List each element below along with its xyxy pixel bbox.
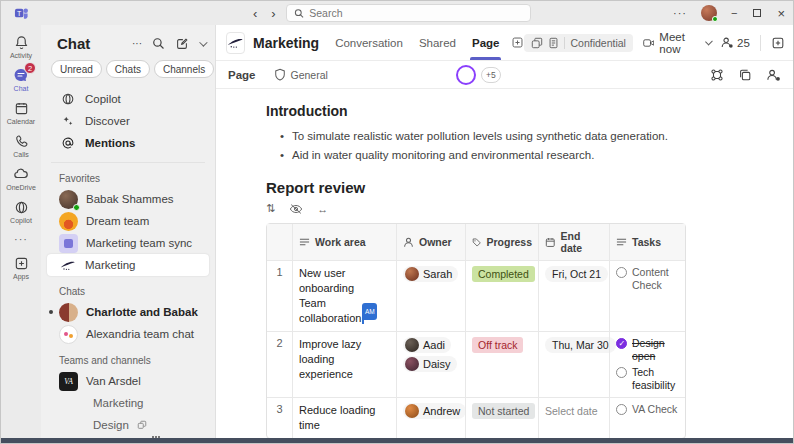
manage-access-icon[interactable] <box>766 68 781 82</box>
members-button[interactable]: 25 <box>720 36 750 49</box>
owner-chip[interactable]: Sarah <box>403 266 458 282</box>
rail-item-onedrive[interactable]: OneDrive <box>1 165 41 191</box>
sidebar-item-van-arsdel[interactable]: VA Van Arsdel <box>47 370 209 392</box>
progress-cell[interactable]: Not started <box>465 398 538 438</box>
progress-cell[interactable]: Off track <box>465 332 538 397</box>
filter-chats[interactable]: Chats <box>106 60 150 78</box>
task-checkbox[interactable] <box>616 404 627 415</box>
favorites-section-label: Favorites <box>47 163 209 188</box>
owner-chip[interactable]: Daisy <box>403 356 457 372</box>
sidebar-more-button[interactable]: ··· <box>132 38 142 49</box>
sort-button[interactable]: ⇅ <box>266 202 275 215</box>
table-row[interactable]: 3 Reduce loading time Andrew Not started <box>267 397 685 438</box>
sidebar-item-babak-shammes[interactable]: Babak Shammes <box>47 188 209 210</box>
task-checkbox[interactable] <box>616 367 627 378</box>
tasks-cell[interactable]: VA Check <box>609 398 687 438</box>
work-area-cell[interactable]: Reduce loading time <box>292 398 396 438</box>
tab-shared[interactable]: Shared <box>419 25 456 60</box>
status-badge[interactable]: Off track <box>472 337 523 353</box>
flame-avatar-icon <box>59 212 78 231</box>
column-header-progress[interactable]: Progress <box>465 224 538 260</box>
tab-page[interactable]: Page <box>472 25 500 60</box>
column-header-work-area[interactable]: Work area <box>292 224 396 260</box>
end-date-cell[interactable]: Thu, Mar 30 <box>538 332 609 397</box>
filter-channels[interactable]: Channels <box>154 60 214 78</box>
meet-now-button[interactable]: Meet now <box>643 31 710 55</box>
owner-chip[interactable]: Aadi <box>403 337 451 353</box>
calendar-icon <box>14 101 29 116</box>
task-item[interactable]: Design open <box>616 337 681 363</box>
channel-scope[interactable]: General <box>274 68 328 81</box>
search-input[interactable] <box>309 7 523 19</box>
window-bottom-edge <box>1 438 793 443</box>
add-tab-button[interactable] <box>511 36 524 49</box>
back-button[interactable]: ‹ <box>253 6 257 21</box>
at-icon <box>61 136 75 150</box>
filter-unread[interactable]: Unread <box>51 60 102 78</box>
end-date-cell[interactable]: Select date <box>538 398 609 438</box>
task-item[interactable]: Tech feasibility <box>616 366 681 392</box>
user-avatar[interactable] <box>701 5 717 21</box>
sidebar-item-dream-team[interactable]: Dream team <box>47 210 209 232</box>
column-header-tasks[interactable]: Tasks <box>609 224 687 260</box>
tasks-cell[interactable]: Design open Tech feasibility <box>609 332 687 397</box>
owner-cell[interactable]: Aadi Daisy <box>396 332 465 397</box>
presence-available-icon <box>712 16 718 22</box>
status-badge[interactable]: Not started <box>472 403 535 419</box>
titlebar-more-button[interactable]: ··· <box>673 7 687 19</box>
rail-item-chat[interactable]: 2 Chat <box>1 66 41 92</box>
collaborator-overflow-badge[interactable]: +5 <box>481 67 501 83</box>
work-area-cell[interactable]: Improve lazy loading experience <box>292 332 396 397</box>
rail-item-apps[interactable]: Apps <box>1 254 41 280</box>
rail-item-copilot[interactable]: Copilot <box>1 198 41 224</box>
end-date-cell[interactable]: Fri, Oct 21 <box>538 261 609 331</box>
tasks-cell[interactable]: Content Check <box>609 261 687 331</box>
tab-conversation[interactable]: Conversation <box>335 25 403 60</box>
date-placeholder[interactable]: Select date <box>545 403 603 419</box>
new-chat-chevron-icon[interactable] <box>199 38 207 46</box>
new-chat-icon[interactable] <box>175 37 189 51</box>
sidebar-item-copilot[interactable]: Copilot <box>47 88 209 110</box>
sidebar-item-charlotte-and-babak[interactable]: Charlotte and Babak <box>47 301 209 323</box>
work-area-cell[interactable]: New user onboarding Team collaborationAM <box>292 261 396 331</box>
sidebar-item-marketing[interactable]: Marketing <box>47 254 209 276</box>
loop-component-icon[interactable] <box>710 68 724 82</box>
owner-chip[interactable]: Andrew <box>403 403 466 419</box>
resize-columns-button[interactable]: ↔ <box>317 203 328 215</box>
minimize-button[interactable]: − <box>731 7 737 19</box>
column-header-owner[interactable]: Owner <box>396 224 465 260</box>
forward-button[interactable]: › <box>271 6 275 21</box>
close-button[interactable]: × <box>777 6 785 21</box>
add-app-button[interactable] <box>771 36 786 50</box>
maximize-button[interactable] <box>753 9 761 17</box>
table-row[interactable]: 2 Improve lazy loading experience Aadi D… <box>267 331 685 397</box>
sidebar-item-alexandria-team-chat[interactable]: Alexandria team chat <box>47 323 209 345</box>
sidebar-item-mentions[interactable]: Mentions <box>47 132 209 154</box>
copy-icon[interactable] <box>738 68 752 82</box>
collaborator-avatar[interactable] <box>456 65 476 85</box>
owner-cell[interactable]: Sarah <box>396 261 465 331</box>
task-checkbox-checked[interactable] <box>616 338 627 349</box>
sensitivity-label[interactable]: Confidential <box>524 34 632 52</box>
swoosh-logo-icon <box>60 259 76 271</box>
rail-item-calendar[interactable]: Calendar <box>1 99 41 125</box>
rail-more-button[interactable]: ··· <box>14 233 28 245</box>
owner-cell[interactable]: Andrew <box>396 398 465 438</box>
channel-item-marketing[interactable]: Marketing <box>47 392 209 414</box>
rail-item-activity[interactable]: Activity <box>1 33 41 59</box>
rail-item-calls[interactable]: Calls <box>1 132 41 158</box>
task-checkbox[interactable] <box>616 267 627 278</box>
sidebar-item-discover[interactable]: Discover <box>47 110 209 132</box>
status-badge[interactable]: Completed <box>472 266 535 282</box>
search-bar[interactable] <box>286 4 531 22</box>
sidebar-item-marketing-team-sync[interactable]: Marketing team sync <box>47 232 209 254</box>
hide-fields-button[interactable] <box>289 203 303 215</box>
table-row[interactable]: 1 New user onboarding Team collaboration… <box>267 260 685 331</box>
tag-icon <box>472 237 481 248</box>
task-item[interactable]: VA Check <box>616 403 681 416</box>
sidebar-search-icon[interactable] <box>152 37 165 50</box>
column-header-end-date[interactable]: End date <box>538 224 609 260</box>
task-item[interactable]: Content Check <box>616 266 681 292</box>
channel-item-design[interactable]: Design <box>47 414 209 436</box>
progress-cell[interactable]: Completed <box>465 261 538 331</box>
